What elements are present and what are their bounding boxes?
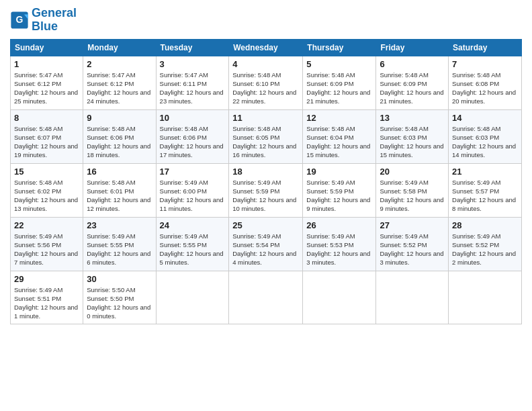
day-number: 20	[380, 167, 445, 177]
calendar-cell	[376, 271, 449, 324]
day-number: 6	[380, 59, 445, 69]
calendar-cell: 28Sunrise: 5:49 AMSunset: 5:52 PMDayligh…	[449, 217, 522, 271]
calendar-cell: 16Sunrise: 5:48 AMSunset: 6:01 PMDayligh…	[83, 163, 156, 217]
day-number: 8	[14, 113, 79, 123]
day-number: 15	[14, 167, 79, 177]
calendar-cell: 17Sunrise: 5:49 AMSunset: 6:00 PMDayligh…	[156, 163, 229, 217]
day-number: 23	[87, 220, 152, 230]
day-number: 21	[452, 167, 518, 177]
logo-text: General Blue	[32, 7, 77, 34]
day-info: Sunrise: 5:49 AMSunset: 5:53 PMDaylight:…	[306, 232, 372, 267]
day-number: 19	[306, 167, 372, 177]
day-info: Sunrise: 5:48 AMSunset: 6:10 PMDaylight:…	[232, 71, 299, 106]
day-number: 3	[160, 59, 226, 69]
calendar-cell: 23Sunrise: 5:49 AMSunset: 5:55 PMDayligh…	[83, 217, 156, 271]
day-info: Sunrise: 5:49 AMSunset: 5:54 PMDaylight:…	[232, 232, 299, 267]
day-number: 24	[160, 220, 226, 230]
day-info: Sunrise: 5:48 AMSunset: 6:06 PMDaylight:…	[160, 124, 226, 160]
calendar-cell: 4Sunrise: 5:48 AMSunset: 6:10 PMDaylight…	[229, 56, 303, 109]
day-number: 25	[232, 220, 299, 230]
calendar-cell: 18Sunrise: 5:49 AMSunset: 5:59 PMDayligh…	[229, 163, 303, 217]
day-number: 28	[452, 220, 518, 230]
calendar-cell: 9Sunrise: 5:48 AMSunset: 6:06 PMDaylight…	[83, 109, 156, 163]
day-info: Sunrise: 5:49 AMSunset: 5:55 PMDaylight:…	[87, 232, 152, 267]
day-info: Sunrise: 5:48 AMSunset: 6:04 PMDaylight:…	[306, 124, 372, 160]
logo-icon: G	[10, 11, 29, 30]
calendar-cell: 3Sunrise: 5:47 AMSunset: 6:11 PMDaylight…	[156, 56, 229, 109]
day-number: 13	[380, 113, 445, 123]
day-info: Sunrise: 5:47 AMSunset: 6:11 PMDaylight:…	[160, 71, 226, 106]
calendar-cell: 19Sunrise: 5:49 AMSunset: 5:59 PMDayligh…	[303, 163, 376, 217]
day-info: Sunrise: 5:48 AMSunset: 6:03 PMDaylight:…	[452, 124, 518, 160]
calendar-body: 1Sunrise: 5:47 AMSunset: 6:12 PMDaylight…	[11, 56, 522, 324]
calendar-cell	[449, 271, 522, 324]
calendar-cell: 26Sunrise: 5:49 AMSunset: 5:53 PMDayligh…	[303, 217, 376, 271]
days-of-week-row: SundayMondayTuesdayWednesdayThursdayFrid…	[11, 39, 522, 56]
calendar-cell: 25Sunrise: 5:49 AMSunset: 5:54 PMDayligh…	[229, 217, 303, 271]
day-number: 4	[232, 59, 299, 69]
day-info: Sunrise: 5:48 AMSunset: 6:07 PMDaylight:…	[14, 124, 79, 160]
day-number: 12	[306, 113, 372, 123]
dow-header-thursday: Thursday	[303, 39, 376, 56]
day-info: Sunrise: 5:49 AMSunset: 5:58 PMDaylight:…	[380, 178, 445, 214]
calendar-cell	[229, 271, 303, 324]
day-number: 16	[87, 167, 152, 177]
day-number: 5	[306, 59, 372, 69]
calendar-cell: 24Sunrise: 5:49 AMSunset: 5:55 PMDayligh…	[156, 217, 229, 271]
svg-text:G: G	[16, 14, 24, 25]
day-info: Sunrise: 5:49 AMSunset: 6:00 PMDaylight:…	[160, 178, 226, 214]
day-info: Sunrise: 5:48 AMSunset: 6:09 PMDaylight:…	[380, 71, 445, 106]
day-number: 29	[14, 274, 79, 284]
calendar-cell: 15Sunrise: 5:48 AMSunset: 6:02 PMDayligh…	[11, 163, 83, 217]
day-number: 27	[380, 220, 445, 230]
calendar-cell: 5Sunrise: 5:48 AMSunset: 6:09 PMDaylight…	[303, 56, 376, 109]
calendar-cell: 7Sunrise: 5:48 AMSunset: 6:08 PMDaylight…	[449, 56, 522, 109]
calendar-cell: 6Sunrise: 5:48 AMSunset: 6:09 PMDaylight…	[376, 56, 449, 109]
calendar-cell	[156, 271, 229, 324]
dow-header-sunday: Sunday	[11, 39, 83, 56]
dow-header-wednesday: Wednesday	[229, 39, 303, 56]
calendar-cell: 14Sunrise: 5:48 AMSunset: 6:03 PMDayligh…	[449, 109, 522, 163]
day-info: Sunrise: 5:48 AMSunset: 6:08 PMDaylight:…	[452, 71, 518, 106]
day-number: 9	[87, 113, 152, 123]
calendar-cell: 10Sunrise: 5:48 AMSunset: 6:06 PMDayligh…	[156, 109, 229, 163]
day-number: 14	[452, 113, 518, 123]
day-number: 7	[452, 59, 518, 69]
calendar-cell: 13Sunrise: 5:48 AMSunset: 6:03 PMDayligh…	[376, 109, 449, 163]
day-number: 2	[87, 59, 152, 69]
calendar-cell: 20Sunrise: 5:49 AMSunset: 5:58 PMDayligh…	[376, 163, 449, 217]
logo: G General Blue	[10, 7, 77, 34]
day-number: 10	[160, 113, 226, 123]
day-info: Sunrise: 5:47 AMSunset: 6:12 PMDaylight:…	[14, 71, 79, 106]
day-info: Sunrise: 5:49 AMSunset: 5:52 PMDaylight:…	[452, 232, 518, 267]
calendar-cell: 12Sunrise: 5:48 AMSunset: 6:04 PMDayligh…	[303, 109, 376, 163]
day-info: Sunrise: 5:48 AMSunset: 6:09 PMDaylight:…	[306, 71, 372, 106]
day-info: Sunrise: 5:49 AMSunset: 5:56 PMDaylight:…	[14, 232, 79, 267]
day-info: Sunrise: 5:49 AMSunset: 5:57 PMDaylight:…	[452, 178, 518, 214]
day-info: Sunrise: 5:49 AMSunset: 5:59 PMDaylight:…	[232, 178, 299, 214]
day-number: 1	[14, 59, 79, 69]
day-number: 26	[306, 220, 372, 230]
calendar-cell: 21Sunrise: 5:49 AMSunset: 5:57 PMDayligh…	[449, 163, 522, 217]
day-number: 22	[14, 220, 79, 230]
calendar-cell: 1Sunrise: 5:47 AMSunset: 6:12 PMDaylight…	[11, 56, 83, 109]
dow-header-tuesday: Tuesday	[156, 39, 229, 56]
calendar-cell: 29Sunrise: 5:49 AMSunset: 5:51 PMDayligh…	[11, 271, 83, 324]
day-info: Sunrise: 5:49 AMSunset: 5:55 PMDaylight:…	[160, 232, 226, 267]
day-info: Sunrise: 5:47 AMSunset: 6:12 PMDaylight:…	[87, 71, 152, 106]
dow-header-friday: Friday	[376, 39, 449, 56]
week-row-3: 15Sunrise: 5:48 AMSunset: 6:02 PMDayligh…	[11, 163, 522, 217]
day-info: Sunrise: 5:48 AMSunset: 6:03 PMDaylight:…	[380, 124, 445, 160]
day-number: 18	[232, 167, 299, 177]
calendar-cell: 27Sunrise: 5:49 AMSunset: 5:52 PMDayligh…	[376, 217, 449, 271]
day-number: 11	[232, 113, 299, 123]
calendar-table: SundayMondayTuesdayWednesdayThursdayFrid…	[10, 39, 522, 324]
day-info: Sunrise: 5:48 AMSunset: 6:05 PMDaylight:…	[232, 124, 299, 160]
day-info: Sunrise: 5:48 AMSunset: 6:06 PMDaylight:…	[87, 124, 152, 160]
calendar-cell: 2Sunrise: 5:47 AMSunset: 6:12 PMDaylight…	[83, 56, 156, 109]
calendar-cell: 30Sunrise: 5:50 AMSunset: 5:50 PMDayligh…	[83, 271, 156, 324]
day-info: Sunrise: 5:49 AMSunset: 5:59 PMDaylight:…	[306, 178, 372, 214]
calendar-cell: 11Sunrise: 5:48 AMSunset: 6:05 PMDayligh…	[229, 109, 303, 163]
calendar-page: G General Blue SundayMondayTuesdayWednes…	[0, 0, 532, 411]
day-info: Sunrise: 5:48 AMSunset: 6:02 PMDaylight:…	[14, 178, 79, 214]
